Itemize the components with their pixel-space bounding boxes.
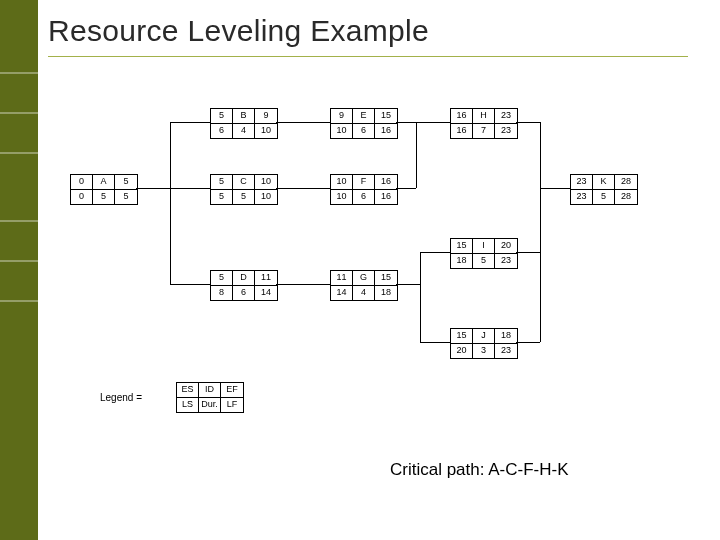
node-H: 16H23 16723 bbox=[450, 108, 518, 139]
edge bbox=[540, 122, 541, 342]
activity-network-diagram: 0A5 055 5B9 6410 5C10 5510 5D11 8614 9E1… bbox=[70, 90, 660, 450]
node-B: 5B9 6410 bbox=[210, 108, 278, 139]
edge bbox=[396, 188, 416, 189]
node-E: 9E15 10616 bbox=[330, 108, 398, 139]
edge bbox=[516, 252, 540, 253]
edge bbox=[420, 284, 421, 342]
edge bbox=[420, 252, 421, 284]
edge bbox=[396, 122, 450, 123]
edge bbox=[276, 284, 330, 285]
edge bbox=[420, 252, 450, 253]
title-underline bbox=[48, 56, 688, 57]
edge bbox=[276, 188, 330, 189]
node-C: 5C10 5510 bbox=[210, 174, 278, 205]
node-D: 5D11 8614 bbox=[210, 270, 278, 301]
node-K: 23K28 23528 bbox=[570, 174, 638, 205]
legend-label: Legend = bbox=[100, 392, 142, 403]
edge bbox=[516, 122, 540, 123]
edge bbox=[420, 342, 450, 343]
edge bbox=[540, 188, 570, 189]
node-G: 11G15 14418 bbox=[330, 270, 398, 301]
legend-node: ESIDEF LSDur.LF bbox=[176, 382, 244, 413]
edge bbox=[136, 188, 170, 189]
node-I: 15I20 18523 bbox=[450, 238, 518, 269]
critical-path-text: Critical path: A-C-F-H-K bbox=[390, 460, 569, 480]
node-J: 15J18 20323 bbox=[450, 328, 518, 359]
edge bbox=[170, 284, 210, 285]
edge bbox=[516, 342, 540, 343]
edge bbox=[416, 122, 417, 188]
edge bbox=[170, 122, 210, 123]
edge bbox=[276, 122, 330, 123]
edge bbox=[170, 122, 171, 284]
node-A: 0A5 055 bbox=[70, 174, 138, 205]
slide-title: Resource Leveling Example bbox=[48, 14, 429, 48]
node-F: 10F16 10616 bbox=[330, 174, 398, 205]
edge bbox=[170, 188, 210, 189]
edge bbox=[396, 284, 420, 285]
left-accent-bar bbox=[0, 0, 38, 540]
